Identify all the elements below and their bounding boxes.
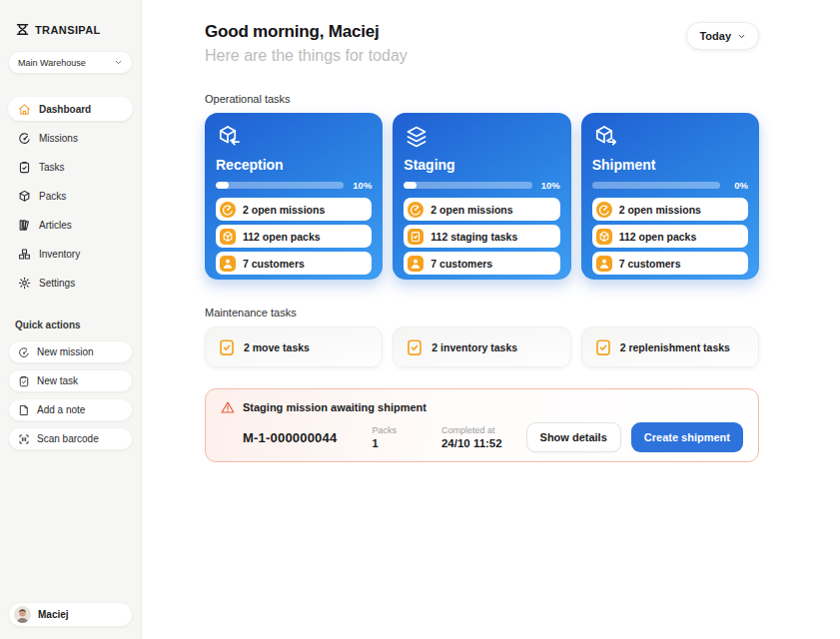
open-missions-row[interactable]: 2 open missions [216, 198, 372, 221]
row-label: 2 open missions [243, 204, 325, 216]
progress-bar: 0% [592, 180, 748, 191]
transipal-logo-icon [15, 22, 30, 37]
warehouse-selector[interactable]: Main Warehouse [8, 51, 133, 74]
home-icon [18, 103, 31, 116]
clipboard-icon [18, 161, 31, 174]
gauge-icon [18, 132, 31, 145]
row-label: 7 customers [243, 258, 305, 270]
clipboard-check-icon [594, 338, 612, 356]
row-label: 112 open packs [619, 231, 697, 243]
cube-badge-icon [596, 229, 612, 245]
create-shipment-button[interactable]: Create shipment [631, 422, 743, 452]
quick-action-label: Add a note [37, 404, 85, 415]
sidebar-item-label: Missions [39, 133, 78, 144]
cube-icon [18, 190, 31, 203]
add-note-button[interactable]: Add a note [8, 398, 133, 421]
sidebar-item-settings[interactable]: Settings [8, 271, 133, 295]
completed-meta: Completed at 24/10 11:52 [441, 425, 502, 449]
user-name: Maciej [38, 609, 69, 620]
card-title: Reception [216, 157, 372, 173]
quick-action-label: New task [37, 375, 78, 386]
gauge-badge-icon [220, 202, 236, 218]
person-badge-icon [596, 256, 612, 272]
sidebar-item-label: Settings [39, 278, 75, 289]
maintenance-cards: 2 move tasks 2 inventory tasks 2 repleni… [205, 326, 759, 367]
sidebar-item-packs[interactable]: Packs [8, 184, 133, 208]
clipboard-icon [18, 375, 30, 387]
quick-action-label: Scan barcode [37, 433, 99, 444]
quick-actions: New mission New task Add a note Scan bar… [8, 340, 133, 450]
note-icon [18, 404, 30, 416]
open-packs-row[interactable]: 112 open packs [592, 225, 748, 248]
period-selector-label: Today [699, 30, 731, 42]
scan-barcode-button[interactable]: Scan barcode [8, 427, 133, 450]
row-label: 112 open packs [243, 231, 321, 243]
packs-label: Packs [372, 425, 397, 435]
open-packs-row[interactable]: 112 open packs [216, 225, 372, 248]
staging-alert-card: Staging mission awaiting shipment M-1-00… [205, 388, 759, 462]
layers-icon [404, 124, 429, 150]
box-out-icon [592, 124, 618, 150]
sidebar-item-label: Inventory [39, 249, 80, 260]
period-selector-button[interactable]: Today [686, 22, 759, 50]
clipboard-check-icon [218, 338, 236, 356]
row-label: 2 open missions [619, 204, 701, 216]
customers-row[interactable]: 7 customers [216, 252, 372, 275]
progress-fill [404, 182, 417, 189]
sidebar-item-articles[interactable]: Articles [8, 213, 133, 237]
open-missions-row[interactable]: 2 open missions [404, 198, 559, 221]
new-task-button[interactable]: New task [8, 369, 133, 392]
shipment-card[interactable]: Shipment 0% 2 open missions 112 open pac… [581, 113, 759, 280]
sidebar-item-label: Articles [39, 220, 72, 231]
inventory-tasks-card[interactable]: 2 inventory tasks [393, 326, 570, 367]
card-title: Shipment [592, 157, 748, 173]
barcode-scan-icon [18, 433, 30, 445]
new-mission-button[interactable]: New mission [8, 340, 133, 363]
sidebar-item-tasks[interactable]: Tasks [8, 155, 133, 179]
customers-row[interactable]: 7 customers [592, 252, 748, 275]
sidebar-item-label: Dashboard [39, 104, 91, 115]
progress-bar: 10% [216, 180, 372, 191]
warehouse-selector-label: Main Warehouse [18, 58, 86, 68]
row-label: 7 customers [619, 258, 681, 270]
sidebar-item-label: Packs [39, 191, 66, 202]
user-menu[interactable]: Maciej [8, 602, 133, 627]
boxes-icon [18, 248, 31, 261]
customers-row[interactable]: 7 customers [404, 252, 559, 275]
gear-icon [18, 277, 31, 290]
progress-label: 0% [728, 180, 748, 191]
show-details-button[interactable]: Show details [526, 422, 621, 452]
gauge-badge-icon [596, 202, 612, 218]
reception-card[interactable]: Reception 10% 2 open missions 112 open p… [205, 113, 383, 280]
warning-triangle-icon [221, 400, 235, 414]
sidebar-item-inventory[interactable]: Inventory [8, 242, 133, 266]
app-logo: TRANSIPAL [15, 22, 133, 37]
sidebar-item-dashboard[interactable]: Dashboard [8, 97, 133, 121]
progress-label: 10% [352, 180, 372, 191]
page-header: Good morning, Maciej Here are the things… [205, 22, 759, 65]
row-label: 2 open missions [430, 204, 512, 216]
replenishment-tasks-card[interactable]: 2 replenishment tasks [581, 326, 759, 367]
progress-fill [216, 182, 229, 189]
staging-tasks-row[interactable]: 112 staging tasks [404, 225, 559, 248]
chevron-down-icon [114, 58, 123, 67]
completed-at-label: Completed at [441, 425, 502, 435]
sidebar-nav: Dashboard Missions Tasks Packs Articles … [8, 97, 133, 295]
progress-label: 10% [540, 180, 560, 191]
operational-tasks-title: Operational tasks [205, 93, 759, 105]
page-title: Good morning, Maciej [205, 22, 408, 42]
open-missions-row[interactable]: 2 open missions [592, 198, 748, 221]
cube-badge-icon [220, 229, 236, 245]
chevron-down-icon [737, 32, 746, 41]
completed-at-value: 24/10 11:52 [441, 437, 502, 449]
maintenance-card-label: 2 inventory tasks [431, 341, 517, 353]
move-tasks-card[interactable]: 2 move tasks [205, 326, 383, 367]
staging-card[interactable]: Staging 10% 2 open missions 112 staging … [393, 113, 570, 280]
avatar [14, 606, 31, 623]
sidebar-item-missions[interactable]: Missions [8, 126, 133, 150]
packs-value: 1 [372, 437, 397, 449]
operational-cards: Reception 10% 2 open missions 112 open p… [205, 113, 759, 280]
person-badge-icon [220, 256, 236, 272]
alert-title: Staging mission awaiting shipment [243, 401, 426, 413]
app-name: TRANSIPAL [35, 24, 101, 36]
